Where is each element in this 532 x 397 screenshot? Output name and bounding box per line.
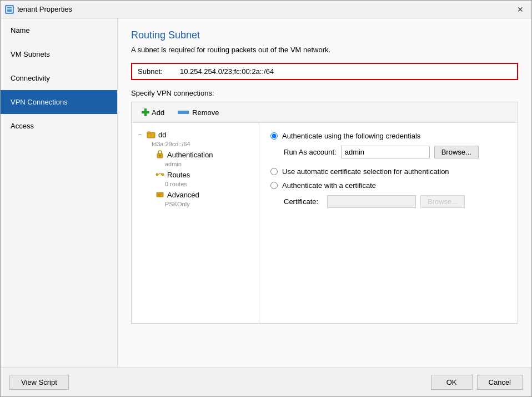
view-script-button[interactable]: View Script [9,375,69,390]
tree-collapse-icon: − [136,131,144,138]
tree-routes-subtext: 0 routes [132,181,259,187]
tree-auth-item[interactable]: Authentication [132,147,259,162]
window-body: Name VM Subnets Connectivity VPN Connect… [1,18,531,368]
main-window: tenant Properties ✕ Name VM Subnets Conn… [0,0,532,397]
cert-label: Certificate: [284,197,323,206]
tree-root-item[interactable]: − dd [132,127,259,142]
tree-advanced-item[interactable]: Advanced [132,187,259,202]
page-title: Routing Subnet [131,29,518,41]
tree-routes-icon [155,170,165,180]
svg-point-5 [159,155,161,157]
svg-rect-9 [157,192,163,197]
footer-right: OK Cancel [431,375,523,390]
tree-root-subtext: fd3a:29cd::/64 [132,141,259,147]
tree-auth-subtext: admin [132,161,259,167]
sidebar: Name VM Subnets Connectivity VPN Connect… [1,18,118,368]
run-as-row: Run As account: Browse... [284,146,506,158]
radio-cert-label: Authenticate with a certificate [282,181,376,190]
tree-routes-label: Routes [167,171,190,179]
sidebar-item-access[interactable]: Access [1,114,117,138]
tree-root-icon [146,130,156,140]
page-description: A subnet is required for routing packets… [131,46,518,54]
specify-vpn-label: Specify VPN connections: [131,89,518,97]
svg-point-6 [156,173,158,176]
cert-input [327,195,416,208]
vpn-panel: ✚ Add Remove − [131,102,518,324]
radio-credentials-row: Authenticate using the following credent… [270,132,506,140]
radio-credentials[interactable] [270,132,278,140]
add-icon: ✚ [140,108,149,117]
sidebar-item-connectivity[interactable]: Connectivity [1,66,117,90]
vpn-body: − dd fd3a:29cd::/64 [132,123,518,323]
tree-auth-icon [155,150,165,160]
subnet-row: Subnet: 10.254.254.0/23;fc:00:2a::/64 [131,63,518,80]
radio-credentials-label: Authenticate using the following credent… [282,132,420,140]
title-bar: tenant Properties ✕ [1,1,531,18]
radio-auto-cert-row: Use automatic certificate selection for … [270,167,506,176]
footer: View Script OK Cancel [1,368,531,396]
tree-panel: − dd fd3a:29cd::/64 [132,123,259,323]
run-as-label: Run As account: [284,148,337,156]
tree-routes-item[interactable]: Routes [132,167,259,182]
vpn-toolbar: ✚ Add Remove [132,102,518,123]
radio-auto-cert[interactable] [270,168,278,175]
subnet-value: 10.254.254.0/23;fc:00:2a::/64 [180,67,511,76]
remove-button[interactable]: Remove [175,107,221,118]
tree-advanced-subtext: PSKOnly [132,201,259,207]
close-button[interactable]: ✕ [514,3,527,16]
radio-cert-row: Authenticate with a certificate [270,181,506,190]
radio-auto-cert-label: Use automatic certificate selection for … [282,167,449,176]
subnet-label: Subnet: [138,67,171,76]
auth-panel: Authenticate using the following credent… [259,123,518,323]
cert-row: Certificate: Browse... [284,195,506,208]
window-title: tenant Properties [17,5,72,13]
tree-advanced-icon [155,190,165,200]
window-icon [5,5,14,14]
svg-rect-3 [147,132,150,133]
sidebar-item-vpn-connections[interactable]: VPN Connections [1,90,117,114]
browse2-button[interactable]: Browse... [420,195,465,208]
run-as-input[interactable] [341,146,430,158]
browse1-button[interactable]: Browse... [434,146,479,158]
sidebar-item-name[interactable]: Name [1,18,117,42]
sidebar-item-vm-subnets[interactable]: VM Subnets [1,42,117,66]
ok-button[interactable]: OK [431,375,473,390]
radio-cert[interactable] [270,182,278,189]
svg-rect-0 [7,7,12,12]
tree-root-label: dd [158,131,166,139]
add-button[interactable]: ✚ Add [138,107,167,118]
tree-auth-label: Authentication [167,151,213,159]
content-area: Routing Subnet A subnet is required for … [118,18,531,368]
tree-advanced-label: Advanced [167,191,199,199]
cancel-button[interactable]: Cancel [477,375,523,390]
remove-icon [178,111,189,114]
